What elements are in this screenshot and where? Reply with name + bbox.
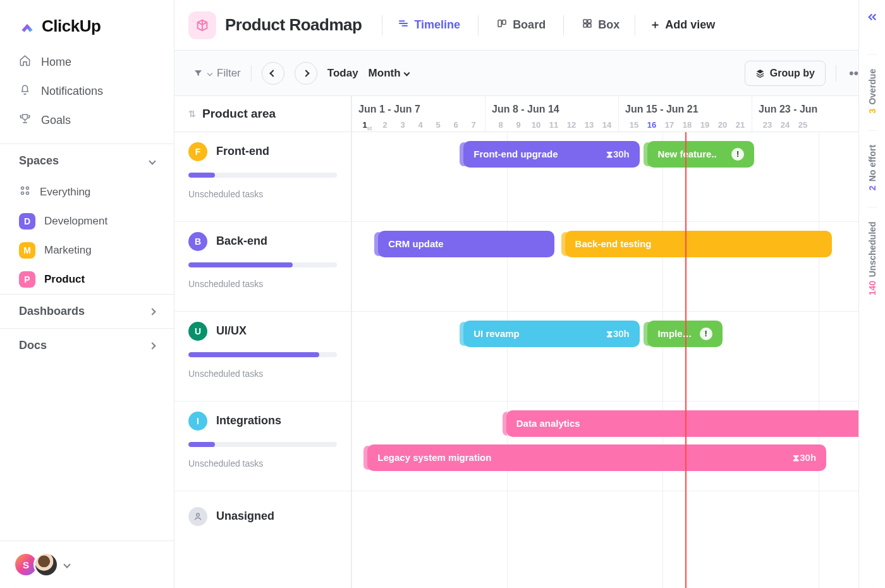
groupby-button[interactable]: Group by: [745, 61, 826, 86]
svg-point-2: [21, 192, 24, 194]
sidebar-item-home[interactable]: Home: [9, 47, 165, 77]
group-row[interactable]: U UI/UX Unscheduled tasks: [174, 312, 351, 401]
tab-board[interactable]: Board: [490, 18, 552, 32]
add-view-button[interactable]: Add view: [644, 18, 721, 32]
today-button[interactable]: Today: [327, 67, 358, 80]
separator: [478, 15, 479, 35]
avatar-initial: S: [15, 554, 37, 575]
sidebar-item-label: Notifications: [41, 85, 103, 98]
task-label: Data analytics: [516, 418, 875, 429]
unscheduled-label: Unscheduled tasks: [188, 458, 337, 469]
range-select[interactable]: Month: [369, 67, 409, 80]
unscheduled-label: Unscheduled tasks: [188, 189, 337, 199]
user-menu[interactable]: S: [0, 541, 174, 588]
space-item-product[interactable]: PProduct: [0, 265, 174, 294]
group-progress: [188, 173, 337, 178]
separator: [836, 65, 836, 82]
group-name: UI/UX: [216, 324, 247, 338]
task-label: UI revamp: [473, 328, 601, 339]
clickup-icon: [19, 18, 35, 35]
group-progress: [188, 442, 337, 447]
separator: [635, 15, 635, 35]
task-bar[interactable]: UI revamp ⧗30h: [463, 321, 640, 347]
svg-rect-9: [588, 24, 591, 27]
spaces-header[interactable]: Spaces: [0, 144, 174, 178]
sidebar-item-label: Docs: [19, 339, 47, 352]
task-bar[interactable]: New feature.. !: [647, 141, 754, 168]
space-item-everything[interactable]: Everything: [0, 178, 174, 207]
week-column: Jun 1 - Jun 7 1st234567: [351, 96, 485, 132]
task-bar[interactable]: Front-end upgrade ⧗30h: [463, 141, 640, 168]
sidebar-item-goals[interactable]: Goals: [9, 106, 165, 135]
svg-point-1: [26, 187, 28, 190]
group-row[interactable]: I Integrations Unscheduled tasks: [174, 401, 351, 491]
day-cell: 21: [731, 120, 749, 130]
rail-count: 3: [867, 109, 877, 114]
task-label: Back-end testing: [575, 238, 822, 249]
bar-shadow: [460, 142, 468, 166]
svg-rect-4: [498, 20, 501, 27]
groupby-label: Group by: [770, 68, 815, 79]
plus-icon: [650, 20, 660, 30]
tab-label: Timeline: [414, 18, 460, 32]
task-bar[interactable]: CRM update: [378, 231, 554, 257]
group-progress: [188, 262, 337, 267]
group-column-header[interactable]: ⇅ Product area: [174, 96, 351, 132]
prev-button[interactable]: [262, 62, 284, 85]
group-name: Front-end: [216, 145, 269, 158]
space-badge: D: [19, 213, 35, 230]
next-button[interactable]: [295, 62, 317, 85]
gantt-area[interactable]: Front-end upgrade ⧗30h New feature.. ! C…: [351, 132, 885, 588]
separator: [382, 15, 382, 35]
filter-icon: [193, 68, 203, 78]
group-badge: B: [188, 232, 207, 251]
svg-rect-8: [583, 24, 587, 27]
gantt-row: Front-end upgrade ⧗30h New feature.. !: [351, 132, 885, 222]
add-view-label: Add view: [665, 18, 715, 32]
task-label: CRM update: [388, 238, 544, 249]
tab-box[interactable]: Box: [575, 18, 626, 32]
sidebar-item-docs[interactable]: Docs: [0, 328, 174, 362]
week-label: Jun 8 - Jun 14: [492, 104, 618, 115]
svg-rect-6: [583, 20, 587, 23]
gantt-row: UI revamp ⧗30h Implem.. !: [351, 312, 885, 401]
sidebar-nav: Home Notifications Goals: [0, 47, 174, 144]
bar-shadow: [374, 232, 383, 256]
filter-label: Filter: [217, 67, 241, 80]
svg-point-3: [26, 192, 28, 194]
bar-shadow: [644, 142, 652, 166]
day-cell: 3: [394, 120, 412, 132]
space-item-development[interactable]: DDevelopment: [0, 207, 174, 236]
day-cell: 17: [661, 120, 678, 130]
sort-icon: ⇅: [188, 109, 196, 119]
day-cell: 4: [412, 120, 429, 132]
task-bar[interactable]: Legacy system migration ⧗30h: [367, 444, 826, 471]
rail-item-no effort[interactable]: 2 No effort: [867, 130, 877, 190]
board-icon: [496, 18, 508, 32]
day-cell: 18: [678, 120, 696, 130]
space-label: Development: [44, 215, 107, 228]
space-item-marketing[interactable]: MMarketing: [0, 236, 174, 265]
day-cell: 14: [598, 120, 616, 130]
collapse-rail-button[interactable]: [867, 11, 878, 25]
svg-rect-5: [503, 20, 506, 25]
brand-logo[interactable]: ClickUp: [0, 0, 174, 47]
right-rail: 3 Overdue 2 No effort 140 Unscheduled: [858, 0, 885, 588]
rail-item-unscheduled[interactable]: 140 Unscheduled: [867, 207, 877, 295]
group-row[interactable]: F Front-end Unscheduled tasks: [174, 132, 351, 222]
day-cell: 15: [625, 120, 643, 130]
group-row[interactable]: B Back-end Unscheduled tasks: [174, 222, 351, 312]
task-bar[interactable]: Data analytics: [506, 410, 885, 437]
task-bar[interactable]: Back-end testing: [565, 231, 832, 257]
space-label: Marketing: [44, 244, 92, 257]
chevron-right-icon: [149, 308, 156, 315]
rail-item-overdue[interactable]: 3 Overdue: [867, 54, 877, 114]
unassigned-row[interactable]: Unasigned: [174, 491, 351, 542]
bar-shadow: [644, 322, 652, 346]
filter-button[interactable]: Filter: [193, 67, 241, 80]
day-cell: 16: [643, 120, 661, 130]
sidebar-item-dashboards[interactable]: Dashboards: [0, 294, 174, 328]
tab-timeline[interactable]: Timeline: [391, 18, 467, 32]
timeline-body: F Front-end Unscheduled tasks B Back-end…: [174, 132, 885, 588]
sidebar-item-notifications[interactable]: Notifications: [9, 77, 165, 106]
